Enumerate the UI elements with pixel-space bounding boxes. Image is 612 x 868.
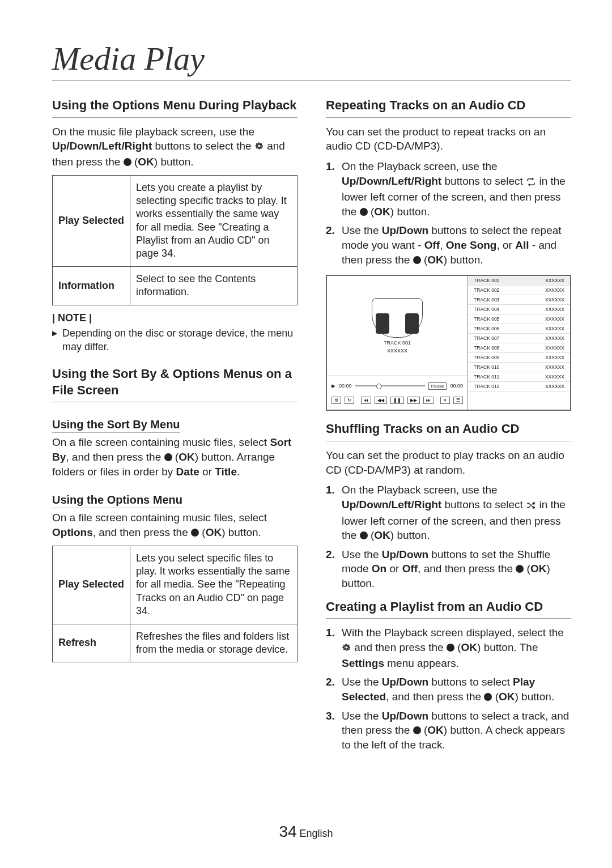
track-name: TRACK 003 [474,297,499,303]
table-cell-desc: Lets you select specific files to play. … [130,546,298,624]
subsection-heading: Using the Options Menu [52,493,182,508]
track-value: XXXXXX [545,355,564,360]
track-name: TRACK 010 [474,364,499,370]
ok-circle-icon [413,726,421,734]
track-row: TRACK 002XXXXXX [468,286,570,295]
step-item: 2. Use the Up/Down buttons to set the Sh… [326,547,571,591]
two-column-layout: Using the Options Menu During Playback O… [52,94,571,760]
subsection-heading: Using the Sort By Menu [52,418,180,433]
track-name: TRACK 006 [474,326,499,331]
track-row: TRACK 009XXXXXX [468,353,570,363]
table-row: Refresh Refreshes the files and folders … [53,624,298,662]
ok-circle-icon [124,158,131,166]
subsection-body: On a file screen containing music files,… [52,510,298,539]
options-table-2: Play Selected Lets you select specific f… [52,546,298,663]
track-value: XXXXXX [545,374,564,380]
section-body: On the music file playback screen, use t… [52,125,298,169]
track-value: XXXXXX [545,307,564,312]
track-row: TRACK 010XXXXXX [468,363,570,372]
track-value: XXXXXX [545,278,564,283]
track-name: TRACK 007 [474,335,499,341]
track-name: TRACK 009 [474,355,499,360]
heading-rule [326,117,571,118]
page-footer: 34 English [0,823,612,841]
track-row: TRACK 003XXXXXX [468,295,570,305]
track-row: TRACK 012XXXXXX [468,382,570,392]
next-icon: ⏭ [423,397,434,404]
track-value: XXXXXX [545,287,564,293]
table-cell-label: Information [53,266,130,305]
track-value: XXXXXX [545,326,564,331]
track-name: TRACK 002 [474,287,499,293]
step-item: 1. On the Playback screen, use the Up/Do… [326,483,571,543]
album-art-area: TRACK 001 XXXXXX [327,276,468,376]
ok-circle-icon [360,208,368,216]
ok-circle-icon [360,531,368,539]
screenshot-controls: ▶ 00:00 Pause 00:00 ⚙ ↻ ⏮ ◀◀ ❚❚ [327,376,468,410]
ok-circle-icon [413,256,421,264]
track-value: XXXXXX [545,297,564,303]
step-list: 1. With the Playback screen displayed, s… [326,626,571,752]
left-column: Using the Options Menu During Playback O… [52,94,298,760]
heading-rule [326,441,571,441]
now-playing-track: TRACK 001 [384,340,411,346]
page-number: 34 [279,823,296,840]
forward-icon: ▶▶ [407,397,420,404]
pause-icon: ❚❚ [390,397,404,404]
page-title: Media Play [52,40,571,80]
table-cell-label: Play Selected [53,546,130,624]
ok-circle-icon [516,565,524,573]
options-table-1: Play Selected Lets you create a playlist… [52,175,298,305]
table-cell-label: Play Selected [53,175,130,266]
table-row: Play Selected Lets you select specific f… [53,546,298,624]
note-heading: | NOTE | [52,312,298,324]
track-value: XXXXXX [545,345,564,351]
step-list: 1. On the Playback screen, use the Up/Do… [326,483,571,590]
track-value: XXXXXX [545,364,564,370]
step-item: 1. On the Playback screen, use the Up/Do… [326,159,571,219]
pause-button: Pause [428,382,447,390]
track-name: TRACK 004 [474,307,499,312]
track-name: TRACK 005 [474,316,499,322]
gear-icon: ⚙ [332,397,341,404]
ok-circle-icon [164,453,172,461]
play-icon: ▶ [332,383,335,389]
progress-bar [355,385,425,386]
table-cell-desc: Select to see the Contents information. [130,266,298,305]
ok-circle-icon [191,529,199,537]
ok-circle-icon [447,644,454,652]
track-value: XXXXXX [545,316,564,322]
track-name: TRACK 012 [474,384,499,389]
ok-circle-icon [484,693,492,701]
time-elapsed: 00:00 [339,383,352,389]
page: Media Play Using the Options Menu During… [0,0,612,868]
step-item: 3. Use the Up/Down buttons to select a t… [326,709,571,752]
screenshot-left-pane: TRACK 001 XXXXXX ▶ 00:00 Pause 00:00 ⚙ [327,276,468,410]
track-row: TRACK 008XXXXXX [468,343,570,353]
track-row: TRACK 001XXXXXX [468,276,570,286]
table-row: Information Select to see the Contents i… [53,266,298,305]
track-row: TRACK 005XXXXXX [468,314,570,324]
rewind-icon: ◀◀ [375,397,387,404]
screenshot-tracklist: TRACK 001XXXXXXTRACK 002XXXXXXTRACK 003X… [468,276,570,410]
gear-icon [254,140,264,155]
section-heading: Shuffling Tracks on an Audio CD [326,421,571,437]
repeat-icon: ↻ [345,397,354,404]
step-item: 2. Use the Up/Down buttons to select the… [326,223,571,267]
shuffle-icon [526,499,536,514]
track-name: TRACK 008 [474,345,499,351]
table-cell-desc: Refreshes the files and folders list fro… [130,624,298,662]
prev-icon: ⏮ [361,397,371,404]
subsection-body: On a file screen containing music files,… [52,435,298,479]
headphones-icon [372,298,423,338]
track-row: TRACK 006XXXXXX [468,324,570,334]
section-intro: You can set the product to play tracks o… [326,448,571,477]
track-value: XXXXXX [545,384,564,389]
heading-rule [52,117,298,118]
now-playing-sub: XXXXXX [387,348,407,354]
heading-rule [326,618,571,619]
track-name: TRACK 011 [474,374,499,380]
table-row: Play Selected Lets you create a playlist… [53,175,298,266]
gear-icon [342,641,351,656]
table-cell-desc: Lets you create a playlist by selecting … [130,175,298,266]
